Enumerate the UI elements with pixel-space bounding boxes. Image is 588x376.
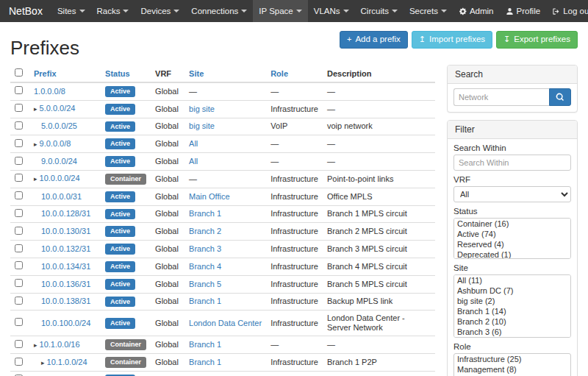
site-link[interactable]: Branch 1	[189, 209, 221, 218]
row-checkbox[interactable]	[15, 279, 23, 287]
site-link[interactable]: Branch 3	[189, 244, 221, 253]
filter-option[interactable]: Management (8)	[454, 364, 570, 375]
nav-item-sites[interactable]: Sites	[51, 0, 91, 22]
filter-option[interactable]: Reserved (4)	[454, 239, 570, 249]
filter-option[interactable]: Branch 3 (6)	[454, 327, 570, 337]
row-checkbox[interactable]	[15, 261, 23, 269]
table-header-row: PrefixStatusVRFSiteRoleDescription	[10, 65, 435, 82]
prefix-link[interactable]: 10.0.100.0/24	[41, 319, 90, 327]
site-link[interactable]: Branch 2	[189, 227, 221, 235]
column-header-prefix[interactable]: Prefix	[29, 65, 101, 82]
vrf-select[interactable]: All	[453, 186, 571, 202]
nav-item-label: Racks	[97, 7, 121, 15]
filter-option[interactable]: Branch 1 (14)	[454, 306, 570, 316]
prefix-link[interactable]: 10.0.0.0/24	[40, 174, 80, 182]
row-checkbox[interactable]	[15, 297, 23, 305]
column-header-role[interactable]: Role	[266, 65, 323, 82]
row-checkbox[interactable]	[15, 157, 23, 165]
role-value: Infrastructure	[266, 170, 323, 188]
row-checkbox[interactable]	[15, 209, 23, 217]
filter-option[interactable]: big site (2)	[454, 296, 570, 306]
nav-item-connections[interactable]: Connections	[185, 0, 253, 22]
site-link[interactable]: Branch 1	[189, 358, 221, 366]
prefix-link[interactable]: 9.0.0.0/8	[40, 139, 71, 148]
prefix-link[interactable]: 1.0.0.0/8	[34, 87, 65, 96]
prefix-table: PrefixStatusVRFSiteRoleDescription 1.0.0…	[10, 65, 435, 376]
select-all-checkbox[interactable]	[15, 68, 23, 77]
site-link[interactable]: Main Office	[189, 192, 229, 201]
filter-option[interactable]: Branch 2 (10)	[454, 316, 570, 327]
prefix-link[interactable]: 9.0.0.0/24	[41, 157, 77, 166]
site-link[interactable]: Branch 4	[189, 262, 221, 271]
site-link[interactable]: All	[189, 157, 198, 166]
nav-item-secrets[interactable]: Secrets	[404, 0, 453, 22]
vrf-value: Global	[151, 205, 184, 223]
filter-option[interactable]: Infrastructure (25)	[454, 354, 570, 364]
filter-option[interactable]: Deprecated (1)	[454, 249, 570, 259]
brand-logo[interactable]: NetBox	[0, 0, 51, 22]
site-link[interactable]: Branch 5	[189, 280, 221, 288]
row-checkbox[interactable]	[15, 121, 23, 130]
site-link[interactable]: Branch 1	[189, 340, 221, 349]
site-link[interactable]: big site	[189, 104, 215, 113]
prefix-link[interactable]: 10.0.0.136/31	[41, 280, 90, 288]
prefix-link[interactable]: 10.0.0.0/31	[41, 192, 82, 201]
status-filter-list[interactable]: Container (16)Active (74)Reserved (4)Dep…	[453, 218, 571, 259]
prefix-link[interactable]: 10.0.0.130/31	[41, 227, 90, 235]
add-a-prefix-button[interactable]: +Add a prefix	[340, 31, 408, 49]
site-link[interactable]: London Data Center	[189, 319, 262, 327]
row-checkbox[interactable]	[15, 191, 23, 199]
prefix-link[interactable]: 10.0.0.134/31	[41, 262, 90, 271]
import-prefixes-button[interactable]: ↥Import prefixes	[412, 31, 492, 49]
row-checkbox[interactable]	[15, 318, 23, 326]
prefix-link[interactable]: 10.0.0.138/31	[41, 297, 90, 305]
row-checkbox[interactable]	[15, 104, 23, 112]
prefix-link[interactable]: 10.0.0.132/31	[41, 244, 90, 253]
table-row: 10.0.0.138/31ActiveGlobalBranch 1Infrast…	[10, 293, 435, 311]
row-checkbox[interactable]	[15, 358, 23, 366]
site-link[interactable]: All	[189, 139, 198, 148]
site-link[interactable]: Branch 1	[189, 297, 221, 305]
site-filter-list[interactable]: All (11)Ashburn DC (7)big site (2)Branch…	[453, 274, 571, 338]
vrf-value: Global	[151, 100, 184, 118]
row-checkbox[interactable]	[15, 86, 23, 94]
export-prefixes-button[interactable]: ↧Export prefixes	[496, 31, 578, 49]
search-within-label: Search Within	[453, 143, 571, 152]
filter-option[interactable]: Ashburn DC (7)	[454, 285, 570, 296]
prefix-link[interactable]: 5.0.0.0/25	[41, 121, 77, 130]
row-checkbox[interactable]	[15, 340, 23, 348]
site-link[interactable]: big site	[189, 121, 215, 130]
nav-profile[interactable]: Profile	[500, 0, 547, 22]
prefix-link[interactable]: 10.1.0.0/16	[40, 340, 80, 349]
chevron-down-icon	[123, 10, 129, 13]
row-checkbox[interactable]	[15, 139, 23, 147]
row-checkbox[interactable]	[15, 227, 23, 235]
row-checkbox[interactable]	[15, 174, 23, 182]
column-header-status[interactable]: Status	[101, 65, 151, 82]
column-header-site[interactable]: Site	[184, 65, 266, 82]
filter-option[interactable]: Branch 4 (12)	[454, 337, 570, 338]
role-value: —	[266, 153, 323, 171]
search-button[interactable]	[549, 88, 571, 106]
nav-item-vlans[interactable]: VLANs	[308, 0, 355, 22]
nav-item-circuits[interactable]: Circuits	[355, 0, 404, 22]
prefix-link[interactable]: 10.0.0.128/31	[41, 209, 90, 218]
search-input[interactable]	[453, 88, 549, 106]
chevron-down-icon	[392, 10, 398, 13]
prefix-link[interactable]: 5.0.0.0/24	[40, 104, 76, 113]
nav-item-racks[interactable]: Racks	[91, 0, 135, 22]
role-filter-list[interactable]: Infrastructure (25)Management (8)Private…	[453, 353, 571, 376]
nav-item-label: Sites	[57, 7, 76, 15]
prefix-link[interactable]: 10.1.0.0/24	[47, 358, 87, 366]
nav-item-ip-space[interactable]: IP Space	[253, 0, 307, 22]
filter-option[interactable]: All (11)	[454, 275, 570, 285]
row-checkbox[interactable]	[15, 244, 23, 252]
nav-log-out[interactable]: Log out	[546, 0, 588, 22]
filter-option[interactable]: Active (74)	[454, 229, 570, 239]
search-within-input[interactable]	[453, 155, 571, 171]
description-value: voip network	[323, 118, 435, 135]
filter-option[interactable]: Container (16)	[454, 219, 570, 229]
expand-arrow-icon: ▸	[41, 359, 45, 366]
nav-admin[interactable]: Admin	[453, 0, 500, 22]
nav-item-devices[interactable]: Devices	[135, 0, 185, 22]
